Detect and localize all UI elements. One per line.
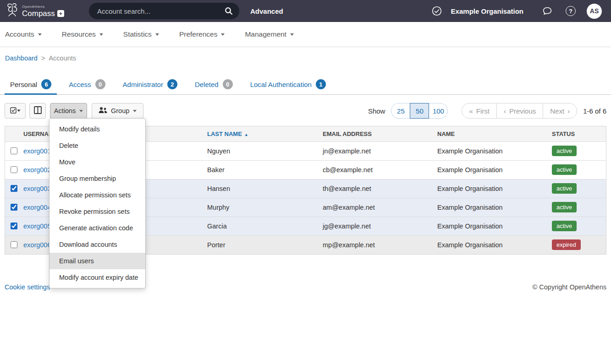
- username-link[interactable]: exorg001: [23, 147, 51, 155]
- tab-administrator[interactable]: Administrator 2: [117, 79, 183, 94]
- help-icon[interactable]: ?: [566, 6, 576, 16]
- copyright-text: © Copyright OpenAthens: [533, 283, 606, 291]
- menu-item-modify-account-expiry-date[interactable]: Modify account expiry date: [50, 269, 145, 286]
- nav-item-statistics[interactable]: Statistics: [123, 30, 159, 38]
- tab-local-authentication-count-badge: 1: [316, 79, 326, 89]
- row-checkbox[interactable]: [11, 166, 17, 173]
- previous-page-button[interactable]: ‹ Previous: [496, 103, 543, 119]
- menu-item-delete[interactable]: Delete: [50, 137, 145, 154]
- page-size-group: 25 50 100: [391, 103, 448, 119]
- last-name-cell: Nguyen: [207, 141, 323, 160]
- username-link[interactable]: exorg003: [23, 185, 51, 192]
- tab-local-authentication[interactable]: Local Authentication 1: [245, 79, 331, 94]
- select-all-dropdown-button[interactable]: [5, 103, 26, 119]
- page-size-100-button[interactable]: 100: [429, 103, 448, 119]
- account-search-input[interactable]: [97, 7, 225, 15]
- breadcrumb-dashboard-link[interactable]: Dashboard: [5, 54, 38, 62]
- last-name-cell: Hansen: [207, 179, 323, 198]
- menu-item-revoke-permission-sets[interactable]: Revoke permission sets: [50, 203, 145, 220]
- status-badge: active: [552, 221, 577, 231]
- username-link[interactable]: exorg004: [23, 204, 51, 211]
- first-page-button[interactable]: « First: [462, 103, 497, 119]
- brand-openathens: OpenAthens: [22, 5, 64, 9]
- column-header-status[interactable]: STATUS: [552, 126, 606, 141]
- cookie-settings-link[interactable]: Cookie settings: [5, 283, 50, 291]
- tab-administrator-count-badge: 2: [167, 79, 177, 89]
- tab-access[interactable]: Access 0: [63, 79, 110, 94]
- last-name-cell: Baker: [207, 160, 323, 179]
- actions-menu: Modify details Delete Move Group members…: [49, 118, 146, 288]
- column-header-last-name[interactable]: LAST NAME▲: [207, 126, 323, 141]
- status-badge: active: [552, 146, 577, 156]
- nav-item-management[interactable]: Management: [245, 30, 293, 38]
- status-check-circle-icon[interactable]: [431, 5, 442, 16]
- checkbox-caret-icon: [10, 107, 21, 115]
- email-cell: jn@example.net: [323, 141, 437, 160]
- account-type-tabs: Personal 6 Access 0 Administrator 2 Dele…: [0, 79, 611, 95]
- chevron-down-icon: [155, 33, 159, 36]
- org-name-cell: Example Organisation: [437, 141, 552, 160]
- username-link[interactable]: exorg005: [23, 223, 51, 230]
- chevron-down-icon: [290, 33, 294, 36]
- email-cell: jg@example.net: [323, 217, 437, 235]
- chevron-down-icon: [99, 33, 103, 36]
- column-header-name[interactable]: NAME: [437, 126, 552, 141]
- openathens-compass-logo[interactable]: OpenAthens Compass +: [6, 2, 88, 20]
- table-toolbar: Actions Group Show 25 50 100 « First: [5, 103, 606, 119]
- row-checkbox[interactable]: [11, 241, 17, 248]
- actions-dropdown-button[interactable]: Actions: [50, 103, 87, 119]
- menu-item-group-membership[interactable]: Group membership: [50, 170, 145, 187]
- menu-item-email-users[interactable]: Email users: [50, 253, 145, 269]
- org-name-cell: Example Organisation: [437, 198, 552, 217]
- row-checkbox[interactable]: [11, 185, 17, 192]
- caret-down-icon: [133, 110, 137, 112]
- header-checkbox-spacer: [5, 126, 23, 141]
- column-header-email[interactable]: EMAIL ADDRESS: [323, 126, 437, 141]
- search-icon[interactable]: [225, 7, 233, 15]
- menu-item-generate-activation-code[interactable]: Generate activation code: [50, 220, 145, 236]
- openathens-thistle-icon: [6, 2, 19, 20]
- row-checkbox[interactable]: [11, 147, 17, 154]
- nav-item-accounts[interactable]: Accounts: [5, 30, 42, 38]
- tab-deleted[interactable]: Deleted 0: [189, 79, 238, 94]
- page-size-50-button[interactable]: 50: [410, 103, 429, 119]
- menu-item-move[interactable]: Move: [50, 154, 145, 170]
- org-name-cell: Example Organisation: [437, 217, 552, 235]
- org-name-cell: Example Organisation: [437, 160, 552, 179]
- username-link[interactable]: exorg002: [23, 166, 51, 174]
- show-label: Show: [368, 107, 385, 115]
- menu-item-allocate-permission-sets[interactable]: Allocate permission sets: [50, 187, 145, 203]
- brand-compass: Compass: [22, 10, 55, 17]
- row-checkbox[interactable]: [11, 223, 17, 229]
- email-cell: th@example.net: [323, 179, 437, 198]
- username-link[interactable]: exorg006: [23, 241, 51, 249]
- status-badge: active: [552, 164, 577, 175]
- email-cell: mp@example.net: [323, 235, 437, 254]
- user-avatar[interactable]: AS: [587, 4, 602, 19]
- org-name-cell: Example Organisation: [437, 179, 552, 198]
- row-checkbox[interactable]: [11, 204, 17, 211]
- breadcrumb-separator: >: [41, 54, 45, 62]
- top-bar: OpenAthens Compass + Advanced Example Or…: [0, 0, 611, 22]
- org-name-cell: Example Organisation: [437, 235, 552, 254]
- result-range-label: 1-6 of 6: [583, 107, 606, 115]
- page-size-25-button[interactable]: 25: [391, 103, 410, 119]
- menu-item-download-accounts[interactable]: Download accounts: [50, 236, 145, 253]
- chevron-right-icon: ›: [567, 107, 570, 115]
- chevron-left-icon: ‹: [504, 107, 506, 115]
- sort-ascending-icon: ▲: [244, 132, 248, 137]
- chevron-down-icon: [38, 33, 42, 36]
- last-name-cell: Porter: [207, 235, 323, 254]
- last-name-cell: Garcia: [207, 217, 323, 235]
- nav-item-resources[interactable]: Resources: [62, 30, 103, 38]
- columns-button[interactable]: [29, 103, 46, 119]
- chat-bubble-icon[interactable]: [542, 5, 553, 16]
- advanced-search-link[interactable]: Advanced: [250, 7, 283, 15]
- plus-box-icon: +: [57, 10, 64, 17]
- tab-personal[interactable]: Personal 6: [5, 79, 57, 94]
- group-dropdown-button[interactable]: Group: [92, 103, 143, 119]
- menu-item-modify-details[interactable]: Modify details: [50, 121, 145, 137]
- breadcrumb-current: Accounts: [49, 54, 76, 62]
- nav-item-preferences[interactable]: Preferences: [179, 30, 225, 38]
- next-page-button[interactable]: Next ›: [543, 103, 577, 119]
